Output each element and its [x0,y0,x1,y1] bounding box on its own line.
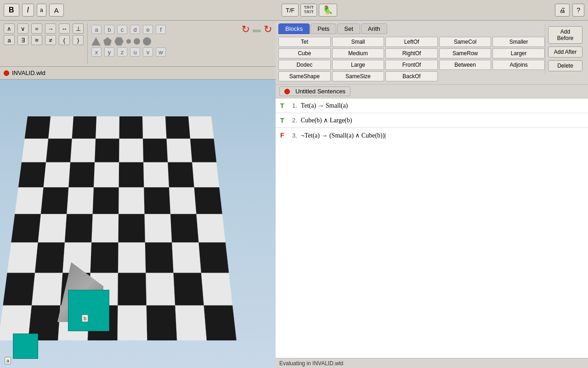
pred-samerow[interactable]: SameRow [439,48,492,58]
checker-cell [194,187,222,214]
tf-button[interactable]: T/F [282,4,299,17]
letter-b-btn[interactable]: b [104,25,114,34]
letter-e-btn[interactable]: e [143,25,153,34]
sentence-row-2[interactable]: T 2. Cube(b) ∧ Large(b) [276,113,588,128]
pred-leftof[interactable]: LeftOf [385,37,438,47]
circle-large-shape[interactable] [143,37,151,46]
circle-medium-shape[interactable] [134,38,140,45]
add-after-button[interactable]: Add After [548,46,582,58]
italic-button[interactable]: I [22,4,34,17]
pred-frontof[interactable]: FrontOf [385,60,438,70]
checker-cell [143,138,168,162]
letter-w-btn[interactable]: w [156,47,166,57]
block-b-label: b [82,315,88,322]
sentence-status-3: F [280,132,289,139]
block-a-object[interactable] [13,334,38,359]
checker-cell [165,116,190,138]
pred-cube[interactable]: Cube [278,48,331,58]
sym-bottom[interactable]: ⊥ [73,23,84,34]
pred-rightof[interactable]: RightOf [385,48,438,58]
tft-button[interactable]: T/F/T T/F/T [300,4,317,17]
checker-cell [91,214,119,242]
pred-medium[interactable]: Medium [332,48,384,58]
checker-cell [46,138,72,162]
delete-button[interactable]: Delete [548,60,582,71]
pred-sameshape[interactable]: SameShape [278,71,331,81]
sym-biimplies[interactable]: ↔ [59,23,70,34]
letters-row-2: x y z u v w [91,47,272,57]
sym-equiv[interactable]: ≡ [31,35,42,45]
pred-between[interactable]: Between [439,60,492,70]
sym-and[interactable]: ∧ [4,23,15,34]
letter-x-btn[interactable]: x [91,47,102,57]
pred-backof[interactable]: BackOf [385,71,438,81]
sym-equals[interactable]: = [31,23,42,34]
rotate-left-icon[interactable]: ↺ [242,23,250,35]
pred-adjoins[interactable]: Adjoins [492,60,545,70]
letter-d-btn[interactable]: d [130,25,140,34]
checker-cell [93,187,119,214]
sentence-title-button[interactable]: Untitled Sentences [279,86,351,96]
letter-u-btn[interactable]: u [130,47,140,57]
pentagon-shape[interactable] [103,37,112,46]
bird-button[interactable]: 🦜 [319,4,337,17]
block-b-object[interactable] [68,290,109,331]
sep-1 [87,23,88,63]
sym-a[interactable]: a [4,35,15,45]
checker-cell [204,305,237,340]
status-bar: Evaluating in INVALID.wld [276,358,588,368]
world-status-dot [4,70,9,76]
sentences-list[interactable]: T 1. Tet(a) → Small(a) T 2. Cube(b) ∧ La… [276,98,588,358]
checker-cell [90,242,119,273]
checkerboard [28,116,225,323]
sentence-text-1: Tet(a) → Small(a) [301,102,348,109]
sym-implies[interactable]: → [45,23,56,34]
tab-blocks[interactable]: Blocks [278,23,310,34]
pred-samesize[interactable]: SameSize [332,71,384,81]
tab-arith[interactable]: Arith [361,23,387,34]
circle-small-shape[interactable] [126,39,131,44]
letter-v-btn[interactable]: v [143,47,153,57]
letter-a-btn[interactable]: a [91,25,102,34]
checker-cell [118,305,147,340]
help-button[interactable]: ? [572,4,584,17]
rotate-right-icon[interactable]: ↻ [264,23,272,35]
font-small-button[interactable]: a [37,4,46,17]
tft-line1: T/F/T [304,5,314,10]
sym-neq[interactable]: ≠ [45,35,56,45]
letter-f-btn[interactable]: f [156,25,166,34]
pred-larger[interactable]: Larger [492,48,545,58]
checker-cell [172,242,201,273]
print-button[interactable]: 🖨 [555,4,570,17]
checker-cell [22,138,48,162]
pred-smaller[interactable]: Smaller [492,37,545,47]
letter-y-btn[interactable]: y [104,47,114,57]
pred-dodec[interactable]: Dodec [278,60,331,70]
bold-button[interactable]: B [4,4,19,17]
sym-or[interactable]: ∨ [17,23,28,34]
sentence-row-1[interactable]: T 1. Tet(a) → Small(a) [276,98,588,113]
tab-bar: Blocks Pets Set Arith [278,23,545,34]
checker-cell [119,138,143,162]
sentence-status-1: T [280,102,289,109]
add-before-button[interactable]: Add Before [548,26,582,44]
letter-z-btn[interactable]: z [117,47,127,57]
status-text: Evaluating in INVALID.wld [279,360,343,367]
sym-lparen[interactable]: ( [59,35,70,45]
tab-pets[interactable]: Pets [311,23,336,34]
logic-col-3: = ≡ [31,23,42,63]
triangle-shape[interactable] [91,37,101,46]
sym-rparen[interactable]: ) [73,35,84,45]
font-large-button[interactable]: A [49,4,64,17]
tab-set[interactable]: Set [337,23,360,34]
pred-small[interactable]: Small [332,37,384,47]
sentence-row-3[interactable]: F 3. ¬Tet(a) → (Small(a) ∧ Cube(b))| [276,128,588,143]
flat-object-icon[interactable]: ▬ [253,25,261,34]
sym-exists[interactable]: ∃ [17,35,28,45]
pred-samecol[interactable]: SameCol [439,37,492,47]
letter-c-btn[interactable]: c [117,25,127,34]
pred-large[interactable]: Large [332,60,384,70]
pred-tet[interactable]: Tet [278,37,331,47]
hexagon-shape[interactable] [114,37,124,46]
checker-cell [38,214,67,242]
